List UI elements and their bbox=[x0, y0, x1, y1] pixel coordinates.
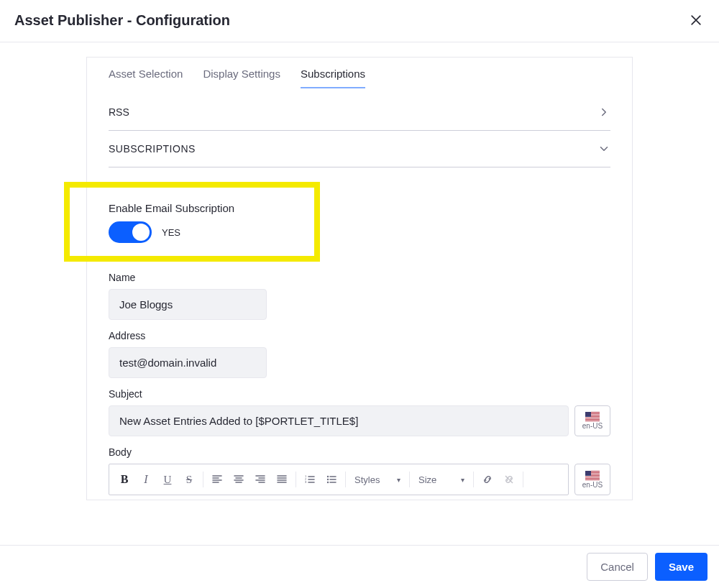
bold-button[interactable]: B bbox=[114, 469, 135, 490]
toggle-status: YES bbox=[162, 227, 180, 238]
section-subscriptions-label: SUBSCRIPTIONS bbox=[109, 143, 196, 155]
toolbar-separator bbox=[523, 472, 523, 487]
tab-subscriptions[interactable]: Subscriptions bbox=[301, 68, 365, 88]
close-button[interactable] bbox=[687, 12, 705, 29]
svg-rect-5 bbox=[585, 418, 600, 419]
unlink-button[interactable] bbox=[498, 469, 520, 490]
subject-locale-button[interactable]: en-US bbox=[574, 405, 610, 436]
ordered-list-icon: 123 bbox=[304, 474, 316, 485]
svg-rect-21 bbox=[585, 471, 591, 476]
tab-display-settings[interactable]: Display Settings bbox=[203, 68, 280, 88]
unordered-list-icon bbox=[326, 474, 337, 485]
align-left-icon bbox=[211, 474, 223, 485]
svg-rect-19 bbox=[585, 477, 600, 478]
address-label: Address bbox=[109, 330, 610, 341]
toolbar-separator bbox=[473, 472, 474, 487]
enable-email-subscription-label: Enable Email Subscription bbox=[109, 202, 300, 214]
caret-down-icon: ▾ bbox=[397, 476, 400, 484]
size-select-label: Size bbox=[418, 474, 436, 485]
enable-email-subscription-toggle[interactable] bbox=[109, 221, 152, 243]
align-center-button[interactable] bbox=[228, 469, 249, 490]
chevron-down-icon bbox=[597, 142, 610, 155]
section-rss[interactable]: RSS bbox=[109, 94, 610, 131]
svg-rect-7 bbox=[585, 412, 591, 417]
toolbar-separator bbox=[345, 472, 346, 487]
link-button[interactable] bbox=[477, 469, 498, 490]
toolbar-separator bbox=[409, 472, 410, 487]
address-input[interactable] bbox=[109, 347, 267, 378]
body-locale-button[interactable]: en-US bbox=[574, 464, 610, 495]
page-title: Asset Publisher - Configuration bbox=[14, 12, 230, 29]
toolbar-separator bbox=[203, 472, 203, 487]
align-justify-button[interactable] bbox=[271, 469, 293, 490]
link-icon bbox=[482, 474, 493, 485]
subject-locale-code: en-US bbox=[582, 422, 603, 430]
svg-point-12 bbox=[327, 479, 329, 480]
svg-rect-4 bbox=[585, 417, 600, 418]
align-left-button[interactable] bbox=[206, 469, 228, 490]
svg-text:3: 3 bbox=[305, 480, 307, 484]
styles-select-label: Styles bbox=[354, 474, 380, 485]
subject-label: Subject bbox=[109, 388, 610, 400]
name-input[interactable] bbox=[109, 289, 267, 320]
body-locale-code: en-US bbox=[582, 481, 603, 489]
section-rss-label: RSS bbox=[109, 106, 129, 118]
align-justify-icon bbox=[276, 474, 288, 485]
toolbar-separator bbox=[296, 472, 296, 487]
svg-point-11 bbox=[327, 476, 329, 477]
body-label: Body bbox=[109, 446, 610, 458]
us-flag-icon bbox=[585, 412, 600, 421]
section-subscriptions[interactable]: SUBSCRIPTIONS bbox=[109, 131, 610, 167]
svg-rect-20 bbox=[585, 479, 600, 479]
underline-button[interactable]: U bbox=[157, 469, 178, 490]
svg-rect-6 bbox=[585, 420, 600, 421]
styles-select[interactable]: Styles ▾ bbox=[349, 469, 406, 490]
unlink-icon bbox=[503, 474, 515, 485]
ordered-list-button[interactable]: 123 bbox=[299, 469, 321, 490]
cancel-button[interactable]: Cancel bbox=[587, 553, 648, 581]
italic-button[interactable]: I bbox=[135, 469, 157, 490]
align-right-icon bbox=[255, 474, 266, 485]
subject-input[interactable] bbox=[109, 405, 569, 436]
save-button[interactable]: Save bbox=[655, 553, 707, 581]
caret-down-icon: ▾ bbox=[461, 476, 464, 484]
unordered-list-button[interactable] bbox=[321, 469, 342, 490]
highlight-enable-subscription: Enable Email Subscription YES bbox=[64, 182, 320, 262]
svg-rect-18 bbox=[585, 476, 600, 477]
config-panel: Asset Selection Display Settings Subscri… bbox=[86, 57, 633, 500]
body-editor: B I U S bbox=[109, 464, 569, 495]
align-center-icon bbox=[233, 474, 244, 485]
tab-asset-selection[interactable]: Asset Selection bbox=[109, 68, 183, 88]
chevron-right-icon bbox=[597, 106, 610, 119]
name-label: Name bbox=[109, 272, 610, 283]
strikethrough-button[interactable]: S bbox=[178, 469, 200, 490]
us-flag-icon bbox=[585, 471, 600, 480]
align-right-button[interactable] bbox=[249, 469, 271, 490]
toggle-knob bbox=[132, 224, 150, 241]
close-icon bbox=[689, 13, 703, 27]
size-select[interactable]: Size ▾ bbox=[413, 469, 470, 490]
svg-point-13 bbox=[327, 482, 329, 483]
